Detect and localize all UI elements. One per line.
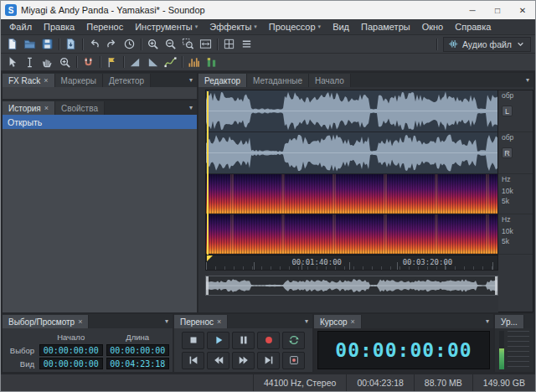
panel-menu-icon[interactable]: ▾ [522, 76, 533, 84]
playhead-marker-icon[interactable] [207, 255, 213, 261]
open-folder-icon[interactable] [21, 36, 39, 52]
loop-button[interactable] [282, 332, 305, 349]
object-select-icon[interactable] [3, 54, 21, 70]
tab-close-icon[interactable]: × [44, 76, 48, 85]
view-length-field[interactable]: 00:04:23:18 [106, 358, 170, 369]
mixdown-icon[interactable] [62, 36, 80, 52]
cursor-panel-tabbar: Курсор×▾ [314, 314, 493, 328]
marker-flag-icon[interactable] [103, 54, 121, 70]
waveform-channel-right[interactable] [206, 132, 497, 174]
tab-close-icon[interactable]: × [217, 317, 221, 326]
minimize-button[interactable]: ─ [460, 1, 485, 19]
menu-transport[interactable]: Перенос [80, 19, 129, 34]
list-icon[interactable] [238, 36, 255, 52]
grid-icon[interactable] [220, 36, 238, 52]
panel-menu-icon[interactable]: ▾ [161, 317, 173, 325]
overview-start-handle[interactable] [206, 276, 209, 295]
save-icon[interactable] [39, 36, 56, 52]
fade-out-icon[interactable] [144, 54, 162, 70]
history-clock-icon[interactable] [121, 36, 138, 52]
time-select-icon[interactable] [21, 54, 39, 70]
tab-label: Маркеры [61, 76, 96, 85]
view-start-field[interactable]: 00:00:00:00 [39, 358, 103, 369]
panel-menu-icon[interactable]: ▾ [301, 317, 312, 325]
panel-menu-icon[interactable]: ▾ [185, 76, 197, 84]
status-bar: 44100 Hz, Стерео 00:04:23:18 88.70 MB 14… [1, 374, 535, 391]
selection-length-field[interactable]: 00:00:00:00 [106, 344, 170, 356]
timeline-ruler[interactable]: 00:01:40:00 00:03:20:00 [206, 255, 497, 270]
waveform-channel-left[interactable] [206, 90, 497, 132]
menu-processor[interactable]: Процессор▾ [263, 19, 327, 34]
tab-cursor[interactable]: Курсор× [314, 315, 362, 328]
overview-strip[interactable] [205, 276, 498, 296]
go-start-button[interactable] [182, 352, 204, 369]
panel-menu-icon[interactable]: ▾ [185, 104, 197, 111]
level-meter-icon[interactable] [203, 54, 220, 70]
menu-help[interactable]: Справка [449, 19, 497, 34]
zoom-selection-icon[interactable] [179, 36, 197, 52]
channel-left-badge[interactable]: L [502, 106, 513, 116]
tab-metadata[interactable]: Метаданные [247, 74, 309, 87]
fast-forward-button[interactable] [232, 352, 255, 369]
record-arm-button[interactable] [282, 352, 305, 369]
menu-label: Эффекты [209, 22, 251, 32]
history-list: Открыть [3, 115, 197, 312]
tab-transport[interactable]: Перенос× [174, 315, 228, 328]
menu-label: Процессор [269, 22, 316, 32]
tab-close-icon[interactable]: × [78, 317, 82, 326]
toolbar-separator [141, 39, 142, 50]
snap-magnet-icon[interactable] [80, 54, 97, 70]
menu-file[interactable]: Файл [3, 19, 38, 34]
tab-close-icon[interactable]: × [44, 104, 49, 112]
overview-end-handle[interactable] [495, 276, 497, 295]
pause-button[interactable] [232, 332, 255, 349]
redo-icon[interactable] [103, 36, 121, 52]
zoom-in-icon[interactable] [56, 54, 74, 70]
tab-fx-rack[interactable]: FX Rack× [3, 74, 55, 87]
stop-button[interactable] [182, 332, 204, 349]
zoom-in-icon[interactable] [144, 36, 162, 52]
new-file-icon[interactable] [3, 36, 21, 52]
status-free-space: 149.90 GB [472, 374, 535, 391]
play-button[interactable] [207, 332, 229, 349]
panel-menu-icon[interactable]: ▾ [482, 317, 493, 325]
tab-selection-view[interactable]: Выбор/Просмотр× [3, 315, 89, 328]
zoom-all-icon[interactable] [197, 36, 214, 52]
tab-history[interactable]: История× [3, 101, 55, 115]
tab-editor[interactable]: Редактор [198, 74, 247, 87]
menu-effects[interactable]: Эффекты▾ [204, 19, 263, 34]
tab-properties[interactable]: Свойства [55, 101, 105, 115]
cursor-time-display[interactable]: 00:00:00:00 [317, 331, 490, 369]
tab-close-icon[interactable]: × [351, 317, 355, 326]
levels-panel: Ур... [495, 314, 533, 372]
menu-tools[interactable]: Инструменты▾ [129, 19, 204, 34]
go-end-button[interactable] [257, 352, 280, 369]
undo-icon[interactable] [85, 36, 103, 52]
zoom-out-icon[interactable] [162, 36, 179, 52]
menu-view[interactable]: Вид [327, 19, 355, 34]
history-item[interactable]: Открыть [3, 115, 197, 129]
selection-start-field[interactable]: 00:00:00:00 [39, 344, 103, 356]
tab-start[interactable]: Начало [309, 74, 351, 87]
envelope-icon[interactable] [162, 54, 179, 70]
menu-edit[interactable]: Правка [38, 19, 80, 34]
spectrum-bars-icon[interactable] [185, 54, 203, 70]
app-icon: S [5, 4, 17, 16]
record-button[interactable] [257, 332, 280, 349]
fade-in-icon[interactable] [126, 54, 144, 70]
spectrogram-left[interactable] [206, 174, 497, 214]
window-title: Miyagi & Andy Panda - Yamakasi* - Soundo… [21, 5, 460, 15]
tab-levels[interactable]: Ур... [495, 315, 524, 328]
playhead[interactable] [207, 91, 209, 255]
audio-file-dropdown[interactable]: Аудио файл [443, 37, 531, 52]
tab-detector[interactable]: Детектор [103, 74, 151, 87]
maximize-button[interactable]: □ [485, 1, 510, 19]
menu-options[interactable]: Параметры [355, 19, 416, 34]
menu-window[interactable]: Окно [416, 19, 450, 34]
channel-right-badge[interactable]: R [502, 147, 513, 158]
close-button[interactable]: ✕ [510, 1, 535, 19]
tab-markers[interactable]: Маркеры [55, 74, 103, 87]
scrub-hand-icon[interactable] [39, 54, 56, 70]
spectrogram-right[interactable] [206, 214, 497, 255]
rewind-button[interactable] [207, 352, 229, 369]
